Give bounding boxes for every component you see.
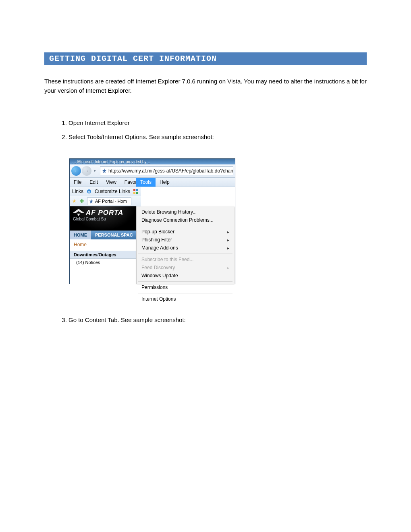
dd-windows-update[interactable]: Windows Update xyxy=(137,272,234,280)
banner-subtitle: Global Combat Su xyxy=(73,217,133,221)
af-site-icon xyxy=(89,199,93,204)
svg-rect-5 xyxy=(136,192,138,194)
window-titlebar: … Microsoft Internet Explorer provided b… xyxy=(70,159,235,164)
step-1: Open Internet Explorer xyxy=(68,119,367,126)
customize-links[interactable]: Customize Links xyxy=(95,189,130,194)
step-2: Select Tools/Internet Options. See sampl… xyxy=(68,133,367,140)
browser-tab[interactable]: AF Portal - Hom xyxy=(87,197,131,205)
section-heading: GETTING DIGITAL CERT INFORMATION xyxy=(44,52,367,65)
screenshot-figure: … Microsoft Internet Explorer provided b… xyxy=(69,158,367,284)
page-content: AF PORTA Global Combat Su HOME PERSONAL … xyxy=(70,206,235,284)
ie-window: … Microsoft Internet Explorer provided b… xyxy=(69,158,235,284)
menu-edit[interactable]: Edit xyxy=(85,178,102,187)
site-icon xyxy=(102,168,107,173)
dd-separator xyxy=(138,254,232,254)
breadcrumb-home[interactable]: Home xyxy=(70,239,136,251)
af-wings-icon xyxy=(73,209,84,216)
menu-tools[interactable]: Tools xyxy=(136,178,156,187)
menu-help[interactable]: Help xyxy=(156,178,174,187)
dd-separator xyxy=(138,226,232,226)
left-page-column: AF PORTA Global Combat Su HOME PERSONAL … xyxy=(70,206,137,284)
links-toolbar: Links e Customize Links xyxy=(70,187,141,196)
sidebar-block: Downtimes/Outages (14) Notices xyxy=(70,251,136,266)
titlebar-text: … Microsoft Internet Explorer provided b… xyxy=(72,160,152,164)
address-bar[interactable]: https://www.my.af.mil/gcss-af/USAF/ep/gl… xyxy=(100,166,233,175)
portal-tab-home[interactable]: HOME xyxy=(70,231,91,239)
links-label: Links xyxy=(72,189,83,194)
menu-file[interactable]: File xyxy=(70,178,85,187)
address-text: https://www.my.af.mil/gcss-af/USAF/ep/gl… xyxy=(108,168,233,174)
add-favorite-icon[interactable]: ✚ xyxy=(80,198,84,204)
dd-separator xyxy=(138,293,232,293)
step-3: Go to Content Tab. See sample screenshot… xyxy=(68,316,367,323)
menu-bar: File Edit View Favorites Tools Help xyxy=(70,178,235,187)
svg-text:e: e xyxy=(88,190,90,193)
back-button[interactable]: ← xyxy=(71,166,81,176)
submenu-arrow-icon: ▸ xyxy=(227,238,229,242)
sidebar-row-notices[interactable]: (14) Notices xyxy=(70,259,136,266)
section-heading-text: GETTING DIGITAL CERT INFORMATION xyxy=(49,54,217,63)
svg-rect-3 xyxy=(136,189,138,191)
intro-paragraph: These instructions are created off Inter… xyxy=(44,77,367,95)
af-portal-banner: AF PORTA Global Combat Su xyxy=(70,206,136,231)
browser-tab-label: AF Portal - Hom xyxy=(95,199,127,204)
submenu-arrow-icon: ▸ xyxy=(227,246,229,250)
back-arrow-icon: ← xyxy=(74,168,79,174)
favorites-bar: ★ ✚ AF Portal - Hom xyxy=(70,196,141,206)
nav-toolbar: ← → ▾ https://www.my.af.mil/gcss-af/USAF… xyxy=(70,164,235,178)
dd-manage-addons[interactable]: Manage Add-ons▸ xyxy=(137,244,234,252)
steps-list-continued: Go to Content Tab. See sample screenshot… xyxy=(56,316,367,323)
dd-feed-discovery: Feed Discovery▸ xyxy=(137,264,234,272)
tools-dropdown: Delete Browsing History... Diagnose Conn… xyxy=(136,206,234,284)
dd-popup-blocker[interactable]: Pop-up Blocker▸ xyxy=(137,228,234,236)
sidebar-heading: Downtimes/Outages xyxy=(70,251,136,259)
dd-internet-options[interactable]: Internet Options xyxy=(137,295,234,303)
dd-phishing-filter[interactable]: Phishing Filter▸ xyxy=(137,236,234,244)
dd-separator xyxy=(138,281,232,282)
forward-arrow-icon: → xyxy=(84,168,89,174)
menu-view[interactable]: View xyxy=(102,178,120,187)
favorites-star-icon[interactable]: ★ xyxy=(72,198,77,204)
svg-rect-2 xyxy=(133,189,135,191)
dd-delete-history[interactable]: Delete Browsing History... xyxy=(137,208,234,216)
portal-tabs: HOME PERSONAL SPAC xyxy=(70,231,136,239)
forward-button[interactable]: → xyxy=(82,166,91,176)
steps-list: Open Internet Explorer Select Tools/Inte… xyxy=(56,119,367,140)
svg-rect-4 xyxy=(133,192,135,194)
submenu-arrow-icon: ▸ xyxy=(227,266,229,270)
dd-permissions[interactable]: Permissions xyxy=(137,283,234,291)
nav-history-dropdown-icon[interactable]: ▾ xyxy=(92,169,98,173)
submenu-arrow-icon: ▸ xyxy=(227,230,229,234)
dd-subscribe-feed: Subscribe to this Feed... xyxy=(137,256,234,264)
document-page: GETTING DIGITAL CERT INFORMATION These i… xyxy=(0,0,411,323)
ie-icon: e xyxy=(87,189,91,194)
google-icon xyxy=(133,189,138,194)
dd-diagnose[interactable]: Diagnose Connection Problems... xyxy=(137,216,234,224)
portal-tab-personal[interactable]: PERSONAL SPAC xyxy=(91,231,137,239)
